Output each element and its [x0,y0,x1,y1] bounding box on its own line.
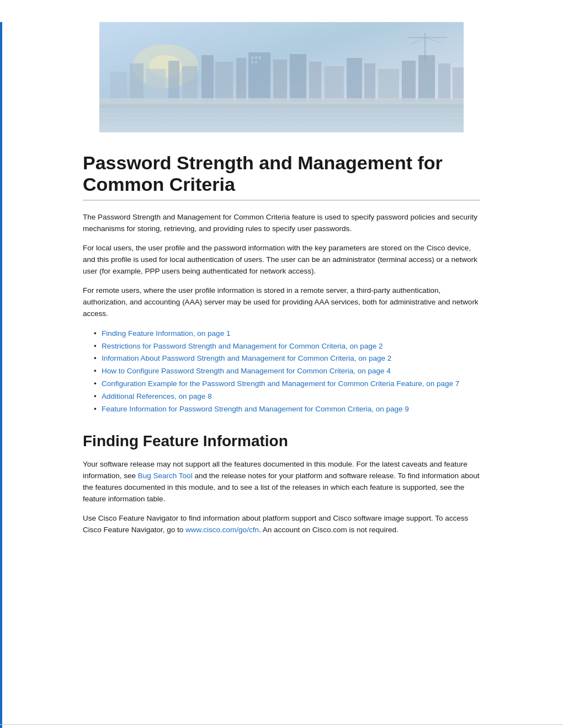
svg-rect-17 [347,58,362,102]
toc-item-7[interactable]: Feature Information for Password Strengt… [94,403,480,416]
svg-rect-11 [236,58,246,102]
page-container: Password Strength and Management for Com… [0,22,563,728]
svg-rect-6 [146,69,166,102]
content-area: Password Strength and Management for Com… [83,152,480,555]
toc-link-6[interactable]: Additional References, on page 8 [102,392,212,400]
svg-rect-16 [325,66,344,102]
svg-rect-34 [251,56,253,59]
intro-paragraph-2: For local users, the user profile and th… [83,243,480,277]
left-accent-bar [0,22,2,728]
svg-rect-20 [402,61,416,102]
toc-item-5[interactable]: Configuration Example for the Password S… [94,378,480,390]
finding-paragraph-1: Your software release may not support al… [83,459,480,505]
toc-item-2[interactable]: Restrictions for Password Strength and M… [94,340,480,353]
title-divider [83,200,480,201]
svg-rect-19 [378,69,399,102]
svg-rect-4 [110,72,127,102]
toc-link-5[interactable]: Configuration Example for the Password S… [102,379,459,388]
toc-link-2[interactable]: Restrictions for Password Strength and M… [102,342,383,350]
svg-rect-7 [168,61,179,102]
intro-paragraph-1: The Password Strength and Management for… [83,212,480,235]
toc-item-1[interactable]: Finding Feature Information, on page 1 [94,328,480,340]
svg-rect-23 [453,67,464,102]
svg-rect-13 [273,60,287,102]
svg-rect-8 [182,66,198,102]
svg-rect-21 [418,55,435,102]
toc-item-6[interactable]: Additional References, on page 8 [94,390,480,403]
finding-paragraph-2: Use Cisco Feature Navigator to find info… [83,513,480,536]
svg-rect-38 [255,61,257,63]
toc-item-3[interactable]: Information About Password Strength and … [94,352,480,365]
intro-paragraph-3: For remote users, where the user profile… [83,285,480,320]
svg-rect-18 [364,63,375,102]
svg-rect-15 [309,62,321,102]
hero-image [99,22,464,132]
footer: Password Strength and Management for Com… [0,724,563,728]
toc-list: Finding Feature Information, on page 1 R… [94,328,480,416]
svg-rect-10 [215,62,233,102]
svg-rect-35 [255,56,257,59]
svg-rect-12 [248,52,270,102]
svg-rect-36 [259,56,261,59]
bug-search-tool-link[interactable]: Bug Search Tool [138,472,193,480]
section-title-finding: Finding Feature Information [83,432,480,450]
toc-link-1[interactable]: Finding Feature Information, on page 1 [102,329,230,338]
toc-link-3[interactable]: Information About Password Strength and … [102,354,391,362]
svg-rect-14 [290,54,306,102]
toc-link-7[interactable]: Feature Information for Password Strengt… [102,405,409,413]
toc-link-4[interactable]: How to Configure Password Strength and M… [102,367,391,375]
svg-rect-5 [130,63,144,102]
main-title: Password Strength and Management for Com… [83,152,480,195]
svg-rect-9 [201,55,214,102]
cisco-cfn-link[interactable]: www.cisco.com/go/cfn [185,526,259,534]
svg-rect-22 [438,63,450,102]
svg-rect-37 [251,61,253,63]
toc-item-4[interactable]: How to Configure Password Strength and M… [94,365,480,378]
